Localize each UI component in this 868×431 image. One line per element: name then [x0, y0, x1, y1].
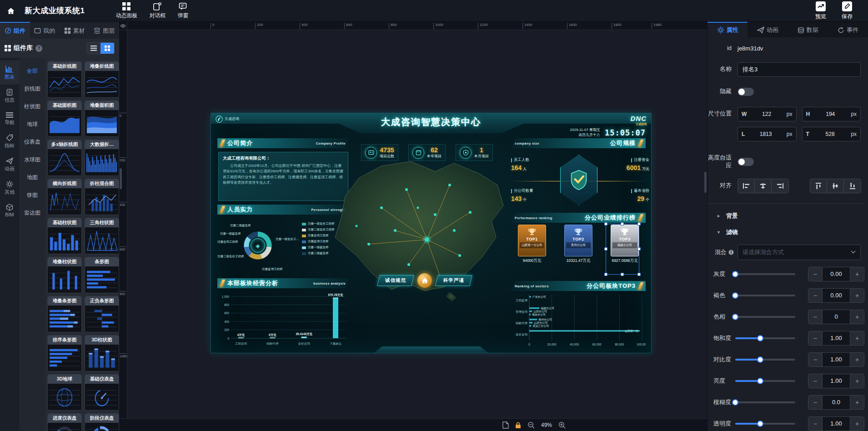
align-center-h-button[interactable] [755, 179, 772, 193]
left-tab-素材[interactable]: 素材 [60, 22, 90, 39]
category-BIM[interactable]: BIM [0, 200, 19, 221]
name-input[interactable]: 排名3 [738, 62, 861, 77]
resize-handle-ne[interactable] [637, 222, 641, 226]
category-其他[interactable]: 其他 [0, 176, 19, 200]
component-card-三角柱状图[interactable]: 三角柱状图 [85, 218, 119, 254]
subcategory-饼图[interactable]: 饼图 [19, 186, 45, 204]
inspector-tab-动画[interactable]: 动画 [748, 22, 788, 37]
dashboard-preview[interactable]: 大成咨询 大成咨询智慧决策中心 DNC大成咨询 2025-11-07 星期五 农… [211, 113, 652, 353]
component-card-3D地球[interactable]: 3D地球 [47, 374, 82, 411]
component-card-3D柱状图[interactable]: 3D柱状图 [85, 335, 119, 371]
slider-透明度[interactable] [735, 420, 795, 427]
subcategory-柱状图[interactable]: 柱状图 [19, 98, 45, 115]
component-card-排序条形图[interactable]: 排序条形图 [47, 335, 82, 371]
left-tab-我的[interactable]: 我的 [30, 22, 60, 39]
zoom-level[interactable]: 49% [541, 422, 552, 428]
minus-button[interactable]: − [808, 374, 822, 388]
plus-button[interactable]: + [850, 396, 864, 409]
resize-handle-sw[interactable] [604, 273, 607, 276]
component-card-多x轴折线图[interactable]: 多x轴折线图 [47, 140, 82, 176]
slider-色相[interactable] [735, 313, 795, 321]
plus-button[interactable]: + [850, 417, 864, 431]
resize-handle-e[interactable] [637, 247, 641, 251]
tool-dialog[interactable]: 对话框 [149, 2, 166, 20]
resize-handle-s[interactable] [621, 273, 624, 276]
component-card-基础仪表盘[interactable]: 基础仪表盘 [85, 374, 119, 411]
minus-button[interactable]: − [808, 396, 822, 409]
inspector-tab-属性[interactable]: 属性 [707, 22, 748, 37]
resize-handle-se[interactable] [637, 273, 641, 276]
minus-button[interactable]: − [808, 289, 822, 302]
slider-thumb[interactable] [732, 314, 738, 320]
slider-模糊度[interactable] [735, 399, 795, 406]
subcategory-地图[interactable]: 地图 [19, 169, 45, 186]
zoom-out-icon[interactable] [527, 421, 535, 429]
size-field-H[interactable]: H194px [802, 107, 861, 121]
subcategory-仪表盘[interactable]: 仪表盘 [19, 133, 45, 151]
subcategory-水球图[interactable]: 水球图 [19, 151, 45, 169]
ruler-corner[interactable] [119, 22, 127, 30]
align-left-button[interactable] [738, 179, 755, 193]
slider-thumb[interactable] [757, 356, 763, 363]
plus-button[interactable]: + [850, 331, 864, 345]
subcategory-折线图[interactable]: 折线图 [19, 80, 45, 98]
minus-button[interactable]: − [808, 267, 822, 281]
action-preview-button[interactable]: 预览 [815, 1, 826, 20]
category-信息[interactable]: 信息 [0, 85, 19, 108]
left-scrollbar-thumb[interactable] [120, 168, 122, 189]
ranking-card-TOP1[interactable]: TOP1山西第一分公司94000万元 [511, 225, 553, 263]
align-middle-v-button[interactable] [827, 179, 844, 193]
slider-亮度[interactable] [735, 377, 795, 385]
subcategory-全部[interactable]: 全部 [19, 62, 45, 80]
horizontal-ruler[interactable]: 0200400600800100012001400160018001980 [127, 22, 707, 30]
subcategory-雷达图[interactable]: 雷达图 [19, 204, 45, 222]
lock-icon[interactable] [515, 422, 521, 429]
right-scrollbar-thumb[interactable] [704, 172, 707, 193]
inspector-tab-事件[interactable]: 事件 [828, 22, 868, 37]
component-card-堆叠折线图[interactable]: 堆叠折线图 [85, 61, 119, 98]
size-field-T[interactable]: T528px [802, 127, 861, 141]
align-top-button[interactable] [810, 179, 827, 193]
slider-褐色[interactable] [735, 292, 795, 299]
auto-height-toggle[interactable] [738, 158, 754, 166]
blend-mode-select[interactable]: 请选择混合方式 [738, 245, 861, 260]
component-card-阶段仪表盘[interactable]: 阶段仪表盘 [85, 413, 119, 431]
align-right-button[interactable] [772, 179, 788, 193]
component-card-条形图[interactable]: 条形图 [85, 257, 119, 293]
slider-thumb[interactable] [757, 378, 763, 384]
inspector-tab-数据[interactable]: 数据 [788, 22, 828, 37]
slider-饱和度[interactable] [735, 335, 795, 342]
minus-button[interactable]: − [808, 353, 822, 366]
vertical-ruler[interactable]: 02004006008001080 [119, 30, 127, 418]
plus-button[interactable]: + [850, 289, 864, 302]
list-view-button[interactable] [87, 43, 100, 54]
slider-thumb[interactable] [732, 399, 738, 406]
component-card-基础柱状图[interactable]: 基础柱状图 [47, 218, 82, 254]
resize-handle-w[interactable] [604, 247, 607, 251]
size-field-L[interactable]: L1813px [738, 127, 797, 141]
component-card-堆叠柱状图[interactable]: 堆叠柱状图 [47, 257, 82, 293]
component-card-进度仪表盘[interactable]: 进度仪表盘 [47, 413, 82, 431]
category-指标[interactable]: 指标 [0, 130, 19, 153]
slider-灰度[interactable] [735, 271, 795, 278]
left-tab-组件[interactable]: 组件 [0, 22, 30, 39]
plus-button[interactable]: + [850, 353, 864, 366]
category-动画[interactable]: 动画 [0, 153, 19, 176]
tool-dynamic-panel[interactable]: 动态面板 [115, 2, 137, 20]
component-card-正负条形图[interactable]: 正负条形图 [85, 296, 119, 332]
resize-handle-n[interactable] [621, 222, 624, 226]
slider-对比度[interactable] [735, 356, 795, 363]
minus-button[interactable]: − [808, 310, 822, 324]
slider-thumb[interactable] [732, 292, 738, 299]
action-save-button[interactable]: 保存 [842, 1, 853, 20]
selection-overlay[interactable] [606, 224, 639, 275]
hide-toggle[interactable] [738, 88, 754, 96]
home-button[interactable] [0, 0, 22, 21]
resize-handle-nw[interactable] [604, 222, 607, 226]
page-icon[interactable] [502, 421, 509, 429]
slider-thumb[interactable] [732, 271, 738, 277]
component-card-折柱混合图[interactable]: 折柱混合图 [85, 179, 119, 215]
filter-section-header[interactable]: ▾ 滤镜 [717, 228, 864, 236]
plus-button[interactable]: + [850, 267, 864, 281]
background-section-header[interactable]: ▸ 背景 [717, 212, 864, 220]
